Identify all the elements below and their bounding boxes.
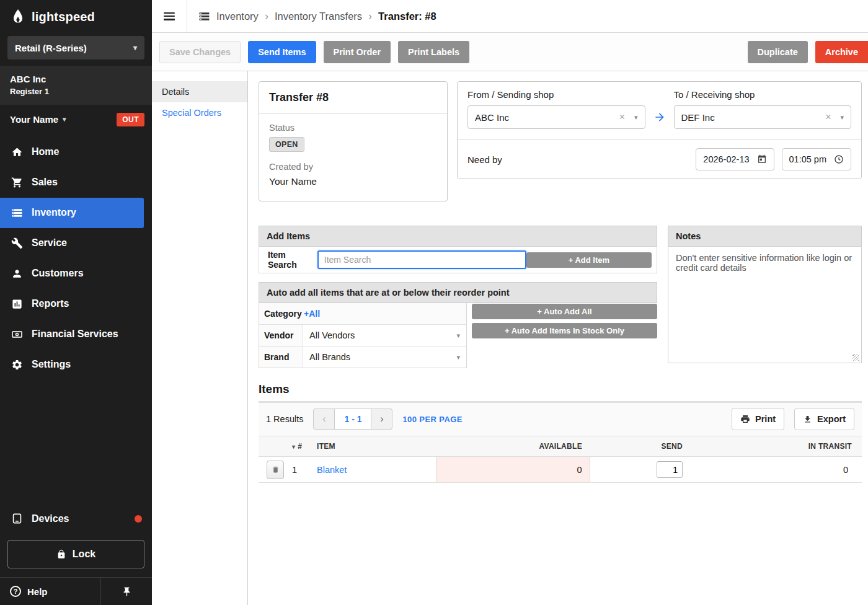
- add-item-button[interactable]: + Add Item: [526, 252, 652, 268]
- to-shop-select[interactable]: DEF Inc × ▾: [674, 105, 852, 129]
- transfer-card: Transfer #8 Status OPEN Created by Your …: [259, 81, 448, 201]
- clear-icon[interactable]: ×: [614, 112, 630, 123]
- help-button[interactable]: ? Help: [0, 578, 101, 605]
- sidebar-item-label: Service: [32, 237, 67, 249]
- send-cell: [590, 457, 689, 483]
- need-by-time-input[interactable]: 01:05 pm: [782, 148, 851, 170]
- notes-textarea[interactable]: [668, 247, 861, 363]
- need-by-date-input[interactable]: 2026-02-13: [696, 148, 774, 170]
- send-items-button[interactable]: Send Items: [248, 41, 316, 63]
- in-transit-column-header[interactable]: IN TRANSIT: [689, 436, 862, 457]
- results-count: 1 Results: [266, 414, 303, 424]
- delete-column-header: [259, 436, 292, 457]
- export-button-label: Export: [817, 414, 846, 424]
- sidebar-item-sales[interactable]: Sales: [0, 167, 152, 198]
- sidebar-item-home[interactable]: Home: [0, 137, 152, 167]
- delete-row-button[interactable]: [267, 461, 284, 479]
- sidebar-item-devices[interactable]: Devices: [0, 503, 152, 534]
- num-column-header[interactable]: ▾#: [292, 436, 317, 457]
- item-search-label: Item Search: [263, 250, 317, 270]
- chevron-down-icon[interactable]: ▾: [836, 113, 848, 121]
- pin-sidebar-button[interactable]: [101, 578, 152, 605]
- brand-select[interactable]: All Brands ▾: [303, 352, 466, 362]
- vendor-label: Vendor: [259, 325, 303, 346]
- product-selector[interactable]: Retail (R-Series) ▾: [7, 36, 144, 60]
- lock-button[interactable]: Lock: [7, 540, 144, 568]
- duplicate-button[interactable]: Duplicate: [748, 41, 808, 63]
- sidebar-item-customers[interactable]: Customers: [0, 258, 152, 289]
- sub-nav: Details Special Orders: [152, 71, 248, 605]
- sidebar-item-financial-services[interactable]: Financial Services: [0, 319, 152, 350]
- items-section: Items 1 Results ‹ 1 - 1 › 100 PER PAGE: [259, 382, 862, 483]
- send-quantity-input[interactable]: [657, 461, 683, 478]
- sort-icon: ▾: [292, 443, 295, 450]
- shops-selects-row: From / Sending shop ABC Inc × ▾ To / Rec…: [458, 82, 861, 140]
- from-shop-label: From / Sending shop: [467, 89, 645, 100]
- hamburger-menu-button[interactable]: [152, 0, 187, 32]
- chart-icon: [11, 298, 23, 310]
- sidebar-item-inventory[interactable]: Inventory: [0, 198, 144, 228]
- export-icon: [803, 415, 812, 424]
- auto-add-buttons: + Auto Add All + Auto Add Items In Stock…: [467, 303, 657, 338]
- sidebar-item-reports[interactable]: Reports: [0, 289, 152, 319]
- item-search-input[interactable]: [317, 250, 526, 269]
- notes-section: Notes: [668, 226, 862, 363]
- breadcrumb-inventory-transfers[interactable]: Inventory Transfers: [275, 11, 362, 22]
- archive-button[interactable]: Archive: [815, 41, 868, 63]
- user-menu[interactable]: Your Name ▾: [10, 114, 66, 125]
- clock-out-badge[interactable]: OUT: [117, 113, 144, 126]
- created-by-label: Created by: [269, 162, 437, 172]
- to-shop-value: DEF Inc: [681, 112, 821, 123]
- sidebar-item-settings[interactable]: Settings: [0, 350, 152, 380]
- account-company: ABC Inc: [10, 73, 142, 86]
- inventory-icon: [198, 11, 210, 22]
- available-column-header[interactable]: AVAILABLE: [436, 436, 590, 457]
- save-changes-button[interactable]: Save Changes: [159, 41, 241, 63]
- export-button[interactable]: Export: [794, 408, 854, 430]
- user-name: Your Name: [10, 114, 58, 125]
- sales-cart-icon: [11, 177, 23, 188]
- vendor-select[interactable]: All Vendors ▾: [303, 330, 466, 340]
- auto-add-in-stock-button[interactable]: + Auto Add Items In Stock Only: [472, 323, 657, 338]
- chevron-right-icon: ›: [265, 10, 268, 23]
- person-icon: [11, 268, 23, 280]
- clock-icon: [834, 154, 844, 164]
- sidebar-item-service[interactable]: Service: [0, 228, 152, 258]
- chevron-down-icon[interactable]: ▾: [630, 113, 642, 121]
- clear-icon[interactable]: ×: [820, 112, 836, 123]
- next-page-button[interactable]: ›: [371, 408, 392, 430]
- resize-handle[interactable]: [852, 354, 859, 361]
- home-icon: [11, 146, 23, 158]
- auto-add-all-button[interactable]: + Auto Add All: [472, 304, 657, 319]
- notes-header: Notes: [668, 226, 862, 247]
- lightspeed-flame-icon: [10, 9, 26, 25]
- content-row: Details Special Orders Transfer #8 Statu…: [152, 71, 868, 605]
- item-column-header[interactable]: ITEM: [317, 436, 436, 457]
- lock-icon: [56, 549, 66, 559]
- sidebar: lightspeed Retail (R-Series) ▾ ABC Inc R…: [0, 0, 152, 605]
- item-link[interactable]: Blanket: [317, 465, 347, 475]
- sidebar-item-label: Customers: [32, 268, 84, 279]
- from-shop-select[interactable]: ABC Inc × ▾: [467, 105, 645, 129]
- subnav-item-special-orders[interactable]: Special Orders: [152, 102, 247, 123]
- print-order-button[interactable]: Print Order: [324, 41, 391, 63]
- pager: ‹ 1 - 1 ›: [313, 408, 392, 430]
- to-shop-group: To / Receiving shop DEF Inc × ▾: [674, 89, 852, 129]
- chevron-right-icon: ›: [368, 10, 372, 23]
- from-shop-value: ABC Inc: [475, 112, 614, 123]
- trash-icon: [272, 466, 280, 474]
- breadcrumb-inventory[interactable]: Inventory: [216, 11, 259, 22]
- chevron-down-icon: ▾: [456, 353, 460, 361]
- sidebar-item-label: Financial Services: [32, 329, 118, 340]
- category-all-link[interactable]: +All: [303, 303, 321, 324]
- subnav-item-details[interactable]: Details: [152, 81, 247, 102]
- status-label: Status: [269, 123, 437, 133]
- per-page-selector[interactable]: 100 PER PAGE: [402, 415, 462, 424]
- print-labels-button[interactable]: Print Labels: [398, 41, 469, 63]
- pin-icon: [122, 586, 132, 597]
- send-column-header[interactable]: SEND: [590, 436, 689, 457]
- prev-page-button[interactable]: ‹: [313, 408, 334, 430]
- print-button[interactable]: Print: [732, 408, 784, 430]
- sidebar-item-label: Settings: [32, 359, 71, 370]
- page-content: Transfer #8 Status OPEN Created by Your …: [248, 71, 868, 605]
